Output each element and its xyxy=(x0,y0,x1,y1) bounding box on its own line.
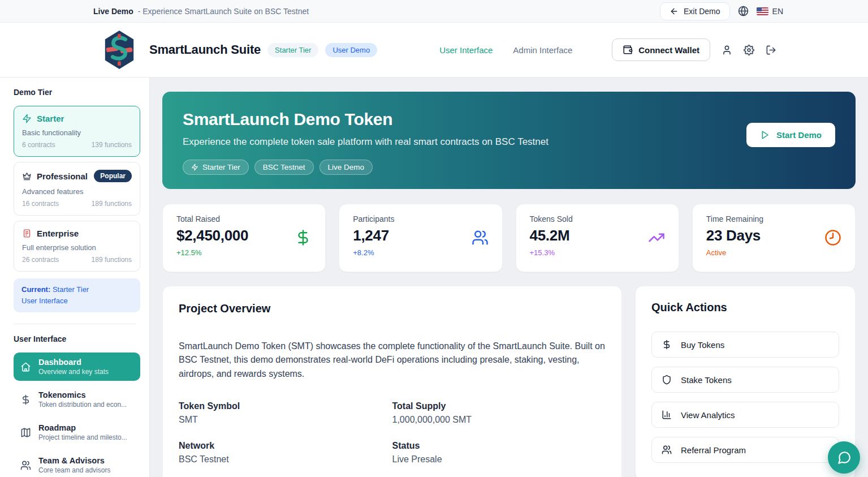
sidebar-item-roadmap[interactable]: Roadmap Project timeline and milesto... xyxy=(14,418,140,446)
tier-card-professional[interactable]: Professional Popular Advanced features 1… xyxy=(14,162,140,216)
sidebar-item-dashboard[interactable]: Dashboard Overview and key stats xyxy=(14,353,140,381)
stake-tokens-button[interactable]: Stake Tokens xyxy=(651,367,839,393)
hero-subtitle: Experience the complete token sale platf… xyxy=(183,136,835,148)
play-icon xyxy=(760,130,770,140)
action-label: Referral Program xyxy=(681,445,746,455)
sidebar-item-label: Team & Advisors xyxy=(38,456,110,465)
stat-card-total-raised: Total Raised $2,450,000 +12.5% xyxy=(162,204,326,272)
sidebar-item-label: Tokenomics xyxy=(38,390,127,399)
stat-label: Tokens Sold xyxy=(530,214,665,224)
tier-name: Starter xyxy=(37,114,64,123)
stat-delta: +8.2% xyxy=(353,248,488,257)
mode-badge: User Demo xyxy=(325,43,377,57)
trending-up-icon xyxy=(648,229,665,246)
building-icon xyxy=(22,229,32,238)
stat-value: 1,247 xyxy=(353,227,488,244)
sidebar: Demo Tier Starter Basic functionality 6 … xyxy=(0,78,150,477)
stat-delta: +12.5% xyxy=(176,248,312,257)
hero-badge-label: Starter Tier xyxy=(202,163,240,171)
dollar-icon xyxy=(295,229,312,246)
field-value: BSC Testnet xyxy=(179,454,392,465)
field-value: Live Presale xyxy=(392,454,606,465)
field-label: Status xyxy=(392,441,606,451)
action-label: Stake Tokens xyxy=(681,375,732,385)
tier-card-starter[interactable]: Starter Basic functionality 6 contracts … xyxy=(14,106,140,157)
sidebar-item-desc: Core team and advisors xyxy=(38,466,110,474)
field-status: Status Live Presale xyxy=(392,441,606,465)
language-code: EN xyxy=(772,7,783,16)
clock-icon xyxy=(824,229,841,246)
quick-actions-card: Quick Actions Buy Tokens Sta xyxy=(635,286,856,477)
field-network: Network BSC Testnet xyxy=(179,441,392,465)
field-value: 1,000,000,000 SMT xyxy=(392,415,606,425)
tier-functions: 189 functions xyxy=(92,256,132,264)
user-interface-heading: User Interface xyxy=(14,334,140,343)
nav-admin-interface[interactable]: Admin Interface xyxy=(513,45,572,55)
tier-card-enterprise[interactable]: Enterprise Full enterprise solution 26 c… xyxy=(14,221,140,272)
current-tier-box: Current: Starter Tier User Interface xyxy=(14,278,140,312)
hero-title: SmartLaunch Demo Token xyxy=(183,110,835,129)
page-root: Live Demo - Experience SmartLaunch Suite… xyxy=(0,0,868,477)
stat-value: 23 Days xyxy=(706,227,841,244)
map-icon xyxy=(20,427,31,438)
language-selector[interactable]: EN xyxy=(757,7,783,16)
sidebar-item-label: Dashboard xyxy=(38,358,109,367)
sidebar-item-team-advisors[interactable]: Team & Advisors Core team and advisors xyxy=(14,451,140,477)
stat-delta: Active xyxy=(706,248,841,257)
demo-tier-heading: Demo Tier xyxy=(14,88,140,97)
logout-icon[interactable] xyxy=(766,45,776,55)
user-icon[interactable] xyxy=(722,45,732,55)
sidebar-item-desc: Project timeline and milesto... xyxy=(38,433,127,441)
hero-banner: SmartLaunch Demo Token Experience the co… xyxy=(162,92,856,189)
globe-icon[interactable] xyxy=(738,6,749,16)
project-overview-title: Project Overview xyxy=(179,302,606,315)
buy-tokens-button[interactable]: Buy Tokens xyxy=(651,332,839,358)
stat-delta: +15.3% xyxy=(530,248,665,257)
app-title: SmartLaunch Suite xyxy=(149,42,261,57)
hero-badge-starter-tier: Starter Tier xyxy=(183,160,249,175)
gear-icon[interactable] xyxy=(744,45,754,55)
app-header: SmartLaunch Suite Starter Tier User Demo… xyxy=(0,23,868,78)
current-label: Current: xyxy=(21,285,50,294)
project-overview-card: Project Overview SmartLaunch Demo Token … xyxy=(162,286,622,477)
dollar-icon xyxy=(662,340,672,350)
tier-contracts: 6 contracts xyxy=(22,141,55,149)
chat-fab-button[interactable] xyxy=(828,441,860,474)
connect-wallet-label: Connect Wallet xyxy=(638,45,699,55)
start-demo-button[interactable]: Start Demo xyxy=(746,123,835,147)
referral-program-button[interactable]: Referral Program xyxy=(651,437,839,463)
view-analytics-button[interactable]: View Analytics xyxy=(651,402,839,428)
tier-badge: Starter Tier xyxy=(267,43,318,57)
tier-contracts: 16 contracts xyxy=(22,200,59,208)
home-icon xyxy=(20,362,31,372)
stat-label: Total Raised xyxy=(176,214,312,224)
sidebar-item-label: Roadmap xyxy=(38,423,127,432)
tier-desc: Full enterprise solution xyxy=(22,243,132,252)
action-label: Buy Tokens xyxy=(681,340,724,350)
tier-name: Professional xyxy=(37,171,88,181)
zap-icon xyxy=(22,114,32,123)
exit-demo-button[interactable]: Exit Demo xyxy=(660,2,730,20)
stat-card-participants: Participants 1,247 +8.2% xyxy=(339,204,502,272)
crown-icon xyxy=(22,171,32,181)
start-demo-label: Start Demo xyxy=(776,130,822,140)
hero-badge-label: Live Demo xyxy=(328,163,365,171)
stat-label: Time Remaining xyxy=(706,214,841,224)
wallet-icon xyxy=(623,45,633,55)
nav-user-interface[interactable]: User Interface xyxy=(439,45,493,55)
current-tier-value: Starter Tier xyxy=(53,285,89,294)
popular-badge: Popular xyxy=(94,170,132,182)
tier-functions: 139 functions xyxy=(92,141,132,149)
demo-banner-subtext: - Experience SmartLaunch Suite on BSC Te… xyxy=(138,7,309,16)
stat-card-tokens-sold: Tokens Sold 45.2M +15.3% xyxy=(516,204,679,272)
sidebar-divider xyxy=(14,324,136,324)
bar-chart-icon xyxy=(662,410,672,420)
hero-badge-live-demo: Live Demo xyxy=(319,160,373,175)
exit-demo-label: Exit Demo xyxy=(684,7,720,16)
connect-wallet-button[interactable]: Connect Wallet xyxy=(612,38,710,61)
demo-banner-label: Live Demo xyxy=(93,7,133,16)
field-label: Network xyxy=(179,441,392,451)
main-content: SmartLaunch Demo Token Experience the co… xyxy=(150,78,868,477)
hero-badge-bsc-testnet: BSC Testnet xyxy=(254,160,314,175)
sidebar-item-tokenomics[interactable]: Tokenomics Token distribution and econ..… xyxy=(14,385,140,414)
